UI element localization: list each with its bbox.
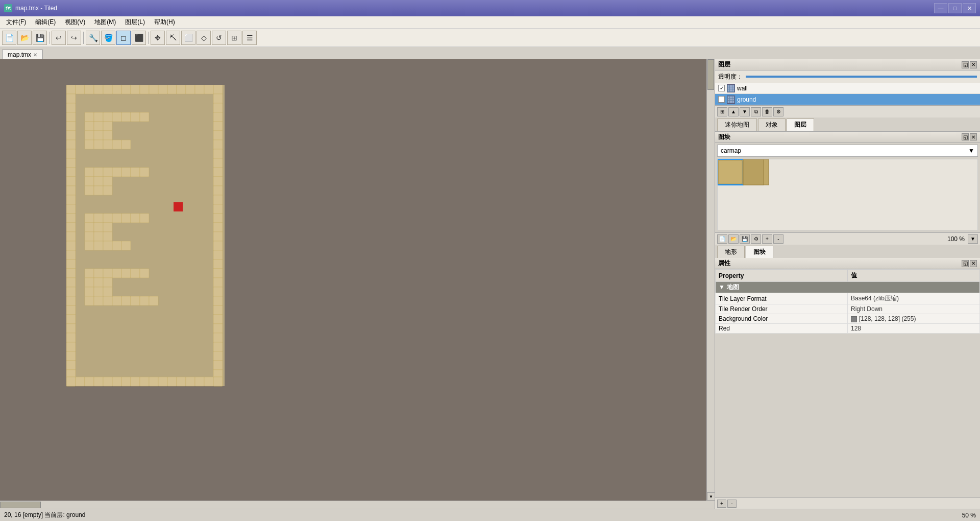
subtab-layers[interactable]: 图层 [787,119,814,131]
layer-item-wall[interactable]: ✓ wall [715,83,980,94]
props-float-button[interactable]: ◱ [962,260,969,267]
svg-rect-94 [177,377,186,386]
svg-rect-85 [94,377,103,386]
svg-rect-106 [85,122,94,131]
subtab-objects[interactable]: 对象 [758,119,786,131]
props-remove-button[interactable]: - [727,500,737,508]
canvas-area[interactable]: // We'll render this via inline pattern [0,59,715,509]
svg-rect-44 [66,324,76,333]
svg-rect-64 [213,223,223,232]
svg-rect-157 [103,278,112,287]
select-button[interactable]: ⛏ [166,31,180,45]
maximize-button[interactable]: □ [948,3,962,13]
svg-rect-39 [66,278,76,287]
svg-rect-38 [66,269,76,278]
tileset-save-button[interactable]: 💾 [740,234,750,244]
props-panel-buttons: ◱ ✕ [962,260,977,267]
layer-add-group-button[interactable]: ⊞ [717,107,727,116]
title-bar: 🗺 map.tmx - Tiled — □ ✕ [0,0,980,16]
layers-float-button[interactable]: ◱ [962,61,969,68]
open-button[interactable]: 📂 [17,31,32,45]
svg-rect-17 [213,85,223,94]
tileset-float-button[interactable]: ◱ [962,133,969,140]
svg-rect-97 [204,377,213,386]
tileset-new-button[interactable]: 📄 [717,234,727,244]
minimize-button[interactable]: — [934,3,947,13]
svg-rect-56 [213,149,223,158]
svg-rect-59 [213,177,223,186]
svg-rect-46 [66,342,76,351]
svg-rect-142 [103,232,112,241]
menu-map[interactable]: 地图(M) [90,17,120,28]
menu-file[interactable]: 文件(F) [2,17,30,28]
rotate-button[interactable]: ↺ [212,31,226,45]
layers-close-button[interactable]: ✕ [970,61,977,68]
tileset-close-button[interactable]: ✕ [970,133,977,140]
vertical-scrollbar-thumb[interactable] [707,59,714,90]
svg-rect-23 [66,131,76,140]
layer-delete-button[interactable]: 🗑 [762,107,772,116]
svg-rect-126 [103,177,112,186]
layer-wall-checkbox[interactable]: ✓ [718,85,725,91]
scroll-down-arrow[interactable]: ▼ [707,492,715,501]
tab-map[interactable]: map.tmx ✕ [2,50,43,59]
subtab-minimap[interactable]: 迷你地图 [717,119,757,131]
flip-h-button[interactable]: ⬜ [181,31,195,45]
menu-view[interactable]: 视图(V) [61,17,89,28]
vertical-scrollbar[interactable]: ▼ [706,59,715,501]
toolbar: 📄 📂 💾 ↩ ↪ 🔧 ▼ 🪣 ◻ ⬛ ✥ ⛏ ⬜ ◇ ↺ ⊞ ☰ [0,29,980,47]
horizontal-scrollbar[interactable] [0,501,706,509]
horizontal-scrollbar-thumb[interactable] [0,502,41,508]
svg-rect-100 [94,112,103,122]
svg-rect-102 [112,112,121,122]
layer-duplicate-button[interactable]: ⧉ [751,107,761,116]
menu-edit[interactable]: 编辑(E) [31,17,60,28]
props-row-red: Red 128 [716,324,980,334]
layer-move-up-button[interactable]: ▲ [728,107,739,116]
flip-v-button[interactable]: ◇ [197,31,211,45]
menu-layer[interactable]: 图层(L) [121,17,149,28]
svg-rect-4 [94,85,103,94]
menu-help[interactable]: 帮助(H) [150,17,179,28]
new-button[interactable]: 📄 [2,31,16,45]
wand-button[interactable]: ☰ [242,31,257,45]
svg-rect-112 [85,140,94,149]
svg-rect-116 [121,140,131,149]
svg-rect-34 [66,232,76,241]
props-toolbar: + - [715,498,980,509]
layer-move-down-button[interactable]: ▼ [740,107,750,116]
subtab-terrain[interactable]: 地形 [717,246,745,258]
tileset-title: 图块 [718,133,730,141]
rect-button[interactable]: ⬛ [132,31,146,45]
tileset-zoom-button[interactable]: ▼ [968,234,978,244]
move-button[interactable]: ✥ [151,31,165,45]
stamp-button[interactable]: 🔧 ▼ [86,31,100,45]
save-button[interactable]: 💾 [33,31,47,45]
undo-button[interactable]: ↩ [52,31,66,45]
props-close-button[interactable]: ✕ [970,260,977,267]
svg-rect-27 [66,168,76,177]
subtab-tileset[interactable]: 图块 [746,246,773,258]
svg-rect-141 [94,232,103,241]
props-panel-title: 属性 [718,259,730,268]
svg-rect-159 [94,287,103,296]
tileset-open-button[interactable]: 📂 [728,234,739,244]
tileset-remove-button[interactable]: - [773,234,783,244]
svg-rect-73 [213,305,223,315]
layer-item-ground[interactable]: ✓ ground [715,94,980,105]
random-button[interactable]: ⊞ [227,31,241,45]
tileset-canvas[interactable] [717,159,978,230]
opacity-slider[interactable] [746,76,977,78]
tab-close-button[interactable]: ✕ [33,52,37,58]
layer-ground-checkbox[interactable]: ✓ [718,96,725,103]
tileset-props-button[interactable]: ⚙ [751,234,761,244]
redo-button[interactable]: ↪ [67,31,81,45]
close-button[interactable]: ✕ [963,3,976,13]
scrollbar-corner [706,501,715,509]
eraser-button[interactable]: ◻ [116,31,131,45]
tileset-selector[interactable]: carmap ▼ [717,145,978,157]
tileset-add-button[interactable]: + [762,234,772,244]
layer-settings-button[interactable]: ⚙ [773,107,783,116]
props-add-button[interactable]: + [717,500,726,508]
bucket-button[interactable]: 🪣 [101,31,115,45]
